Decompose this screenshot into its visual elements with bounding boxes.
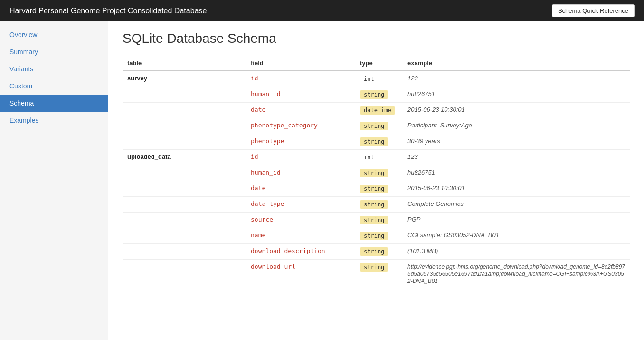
table-name-cell	[123, 244, 246, 260]
example-cell: 2015-06-23 10:30:01	[403, 181, 630, 197]
table-row: phenotypestring30-39 years	[123, 134, 630, 150]
sidebar-item-custom[interactable]: Custom	[0, 78, 108, 95]
type-cell: int	[355, 71, 403, 87]
example-value: hu826751	[407, 169, 435, 176]
example-value: CGI sample: GS03052-DNA_B01	[407, 232, 499, 239]
type-badge: datetime	[360, 106, 395, 115]
table-name-cell	[123, 228, 246, 244]
example-value: 123	[407, 153, 418, 160]
table-name-cell	[123, 213, 246, 228]
type-cell: int	[355, 150, 403, 165]
field-cell: download_description	[246, 244, 355, 260]
table-name-cell	[123, 260, 246, 288]
field-name: date	[251, 185, 265, 192]
field-cell: phenotype	[246, 134, 355, 150]
field-cell: human_id	[246, 165, 355, 181]
field-name: phenotype	[251, 137, 284, 145]
type-badge: int	[360, 75, 378, 83]
sidebar-item-overview[interactable]: Overview	[0, 26, 108, 43]
field-name: human_id	[251, 90, 281, 97]
type-cell: string	[355, 228, 403, 244]
field-cell: human_id	[246, 87, 355, 103]
schema-table: table field type example surveyidint123h…	[123, 56, 630, 288]
sidebar-item-variants[interactable]: Variants	[0, 60, 108, 78]
type-badge: string	[360, 122, 388, 130]
table-name-cell	[123, 181, 246, 197]
type-cell: datetime	[355, 103, 403, 118]
table-row: download_descriptionstring(101.3 MB)	[123, 244, 630, 260]
schema-quick-reference-button[interactable]: Schema Quick Reference	[552, 4, 635, 17]
field-name: source	[251, 216, 273, 223]
example-value: Participant_Survey:Age	[407, 122, 472, 129]
table-row: uploaded_dataidint123	[123, 150, 630, 165]
table-name-cell	[123, 134, 246, 150]
field-cell: id	[246, 150, 355, 165]
field-cell: data_type	[246, 197, 355, 213]
table-row: datestring2015-06-23 10:30:01	[123, 181, 630, 197]
example-cell: 123	[403, 150, 630, 165]
table-name-cell	[123, 165, 246, 181]
table-row: surveyidint123	[123, 71, 630, 87]
example-cell: (101.3 MB)	[403, 244, 630, 260]
type-badge: string	[360, 169, 388, 177]
type-cell: string	[355, 165, 403, 181]
schema-table-body: surveyidint123human_idstringhu826751date…	[123, 71, 630, 288]
table-name-cell	[123, 87, 246, 103]
field-name: data_type	[251, 200, 284, 207]
sidebar: OverviewSummaryVariantsCustomSchemaExamp…	[0, 21, 108, 340]
field-name: phenotype_category	[251, 122, 318, 129]
type-cell: string	[355, 197, 403, 213]
table-row: download_urlstringhttp://evidence.pgp-hm…	[123, 260, 630, 288]
example-value: http://evidence.pgp-hms.org/genome_downl…	[407, 263, 625, 284]
example-cell: http://evidence.pgp-hms.org/genome_downl…	[403, 260, 630, 288]
sidebar-item-summary[interactable]: Summary	[0, 43, 108, 60]
table-row: human_idstringhu826751	[123, 165, 630, 181]
table-name-cell: uploaded_data	[123, 150, 246, 165]
field-name: name	[251, 232, 265, 239]
type-badge: string	[360, 90, 388, 99]
sidebar-item-schema[interactable]: Schema	[0, 95, 108, 112]
type-badge: string	[360, 200, 388, 209]
example-value: 2015-06-23 10:30:01	[407, 185, 465, 192]
field-cell: phenotype_category	[246, 118, 355, 134]
example-cell: Participant_Survey:Age	[403, 118, 630, 134]
type-badge: string	[360, 263, 388, 272]
example-value: PGP	[407, 216, 420, 223]
table-row: data_typestringComplete Genomics	[123, 197, 630, 213]
type-badge: string	[360, 216, 388, 224]
type-badge: string	[360, 232, 388, 240]
table-name-cell	[123, 197, 246, 213]
field-cell: source	[246, 213, 355, 228]
type-cell: string	[355, 213, 403, 228]
sidebar-item-examples[interactable]: Examples	[0, 112, 108, 129]
example-value: 2015-06-23 10:30:01	[407, 106, 465, 113]
example-value: (101.3 MB)	[407, 247, 438, 254]
type-cell: string	[355, 244, 403, 260]
col-header-example: example	[403, 56, 630, 71]
table-row: sourcestringPGP	[123, 213, 630, 228]
page-title: SQLite Database Schema	[123, 31, 630, 46]
type-cell: string	[355, 118, 403, 134]
example-cell: 123	[403, 71, 630, 87]
field-name: download_description	[251, 247, 325, 254]
example-cell: 2015-06-23 10:30:01	[403, 103, 630, 118]
field-cell: id	[246, 71, 355, 87]
example-cell: hu826751	[403, 87, 630, 103]
field-name: download_url	[251, 263, 295, 270]
example-value: hu826751	[407, 90, 435, 97]
type-cell: string	[355, 260, 403, 288]
example-value: 123	[407, 75, 418, 82]
col-header-table: table	[123, 56, 246, 71]
example-cell: hu826751	[403, 165, 630, 181]
field-cell: name	[246, 228, 355, 244]
col-header-type: type	[355, 56, 403, 71]
example-cell: Complete Genomics	[403, 197, 630, 213]
example-cell: PGP	[403, 213, 630, 228]
topbar: Harvard Personal Genome Project Consolid…	[0, 0, 644, 21]
table-header-row: table field type example	[123, 56, 630, 71]
table-row: datedatetime2015-06-23 10:30:01	[123, 103, 630, 118]
field-name: id	[251, 153, 258, 160]
type-cell: string	[355, 181, 403, 197]
table-row: namestringCGI sample: GS03052-DNA_B01	[123, 228, 630, 244]
layout: OverviewSummaryVariantsCustomSchemaExamp…	[0, 21, 644, 340]
